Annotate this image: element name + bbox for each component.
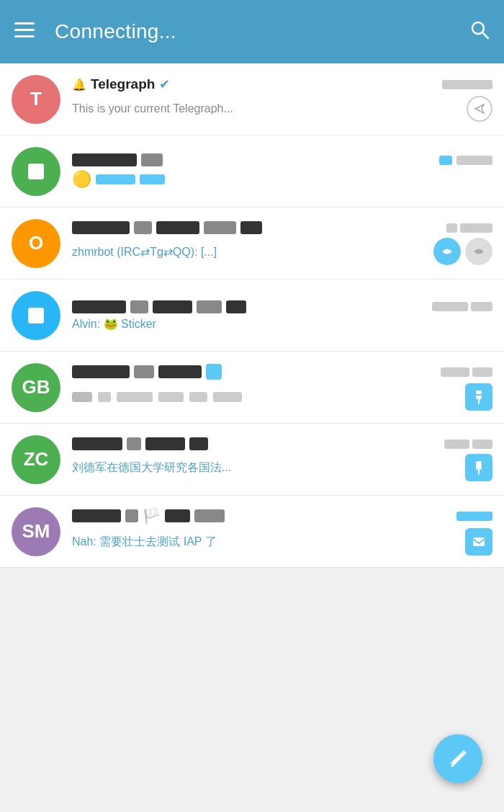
channel-icon — [433, 238, 461, 265]
chat-content-5 — [72, 364, 492, 411]
chat-header-2 — [72, 153, 492, 166]
pin-icon-2 — [465, 454, 492, 481]
mute-icon: 🔔 — [72, 78, 86, 92]
emoji-icon: 🟡 — [72, 170, 91, 189]
svg-rect-8 — [476, 461, 482, 470]
chat-content-2: 🟡 0 — [72, 153, 492, 189]
send-icon — [467, 96, 492, 122]
avatar-5: GB — [12, 363, 60, 412]
chat-preview-7: Nah: 需要壮士去测试 IAP 了 — [72, 535, 217, 548]
chat-item-2[interactable]: 🟡 0 — [0, 135, 504, 208]
avatar-4 — [12, 291, 60, 340]
svg-rect-10 — [473, 537, 485, 546]
svg-rect-1 — [14, 29, 35, 31]
chat-preview-6: 刘德军在德国大学研究各国法... — [72, 461, 231, 473]
chat-content-6: 刘德军在德国大学研究各国法... — [72, 437, 492, 481]
chat-list: T 🔔 Telegraph ✔ This is your current Tel… — [0, 63, 504, 568]
avatar-2 — [12, 147, 60, 196]
chat-header-5 — [72, 364, 492, 380]
search-icon[interactable] — [469, 19, 490, 45]
pin-icon — [465, 383, 492, 411]
svg-line-4 — [483, 32, 489, 38]
avatar-letter-3: O — [29, 232, 43, 254]
avatar-6: ZC — [12, 435, 60, 484]
chat-header-4 — [72, 300, 492, 313]
chat-preview: This is your current Telegraph... — [72, 102, 233, 115]
menu-icon[interactable] — [14, 22, 35, 41]
chat-content-4: Alvin: 🐸 Sticker — [72, 300, 492, 331]
channel-icon-2 — [465, 238, 492, 265]
chat-header-6 — [72, 437, 492, 450]
chat-content-telegraph: 🔔 Telegraph ✔ This is your current Teleg… — [72, 76, 492, 122]
avatar-letter: T — [30, 88, 42, 110]
name-redacted-1 — [72, 153, 137, 166]
avatar-3: O — [12, 219, 60, 268]
chat-item-3[interactable]: O zhmrbot (IRC⇄Tg⇄QQ): [...] — [0, 208, 504, 280]
unread-square — [206, 364, 222, 380]
chat-content-7: 🏳️ Nah: 需要壮士去测试 IAP 了 — [72, 507, 492, 556]
chat-item-telegraph[interactable]: T 🔔 Telegraph ✔ This is your current Tel… — [0, 63, 504, 135]
compose-fab[interactable] — [433, 734, 482, 783]
app-bar-title: Connecting... — [55, 20, 469, 43]
avatar-letter-6: ZC — [24, 448, 49, 470]
app-bar: Connecting... — [0, 0, 504, 63]
chat-header-7: 🏳️ — [72, 507, 492, 525]
avatar-letter-7: SM — [22, 520, 50, 543]
chat-header: 🔔 Telegraph ✔ — [72, 76, 492, 92]
avatar-telegraph: T — [12, 75, 60, 124]
svg-rect-2 — [14, 35, 35, 37]
chat-item-4[interactable]: Alvin: 🐸 Sticker — [0, 280, 504, 352]
svg-rect-0 — [14, 22, 35, 24]
chat-content-3: zhmrbot (IRC⇄Tg⇄QQ): [...] — [72, 221, 492, 265]
chat-header-3 — [72, 221, 492, 234]
avatar-7: SM — [12, 507, 60, 556]
unread-icon — [465, 528, 492, 556]
chat-item-5[interactable]: GB — [0, 352, 504, 424]
emoji-2: 🏳️ — [143, 507, 161, 525]
chat-preview-3: zhmrbot (IRC⇄Tg⇄QQ): [...] — [72, 246, 217, 258]
avatar-letter-5: GB — [22, 376, 50, 398]
chat-preview-4: Alvin: 🐸 Sticker — [72, 318, 156, 330]
chat-item-7[interactable]: SM 🏳️ Nah: 需要壮士去测试 IAP 了 — [0, 496, 504, 568]
verified-badge: ✔ — [159, 76, 170, 92]
chat-time — [442, 80, 492, 89]
chat-name: Telegraph — [91, 76, 155, 92]
svg-point-3 — [472, 22, 484, 34]
chat-item-6[interactable]: ZC 刘德军在德国大学研究各国法... — [0, 424, 504, 496]
